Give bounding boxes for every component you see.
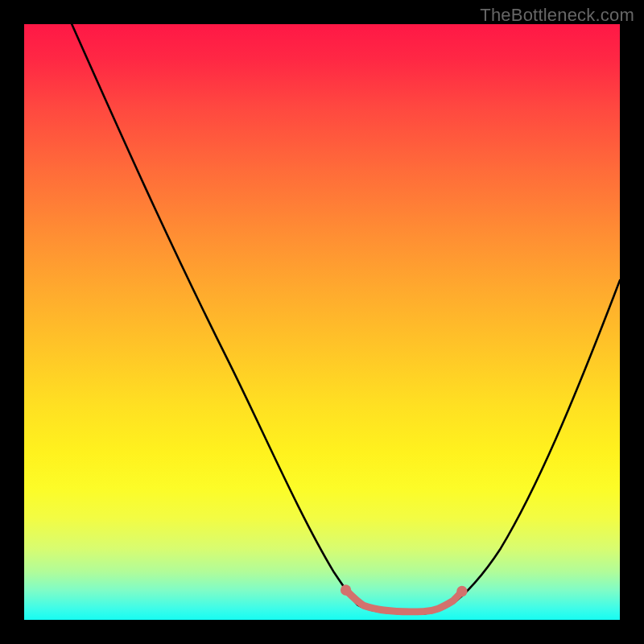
chart-svg bbox=[24, 24, 620, 620]
marker-start-dot bbox=[341, 584, 351, 595]
marker-end-dot bbox=[456, 586, 467, 597]
watermark-text: TheBottleneck.com bbox=[480, 5, 634, 26]
bottleneck-curve bbox=[72, 24, 620, 614]
chart-canvas: TheBottleneck.com bbox=[0, 0, 644, 644]
plot-area bbox=[24, 24, 620, 620]
optimal-range-marker bbox=[346, 590, 462, 612]
